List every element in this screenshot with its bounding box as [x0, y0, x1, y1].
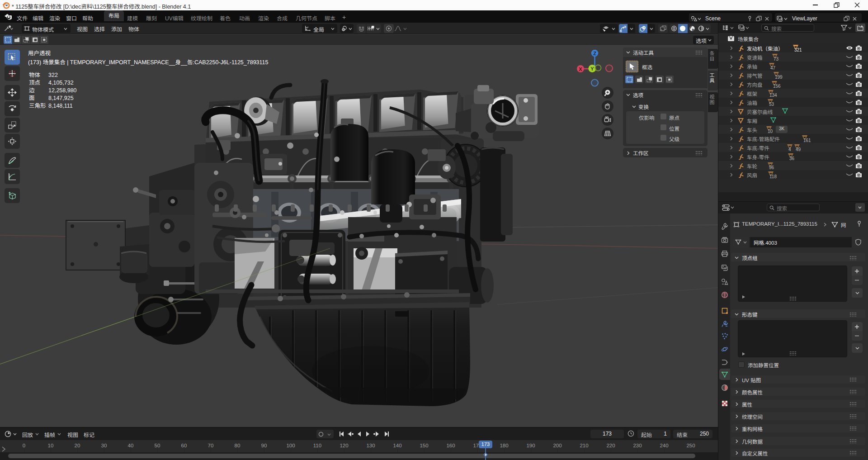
svg-text:Z: Z	[593, 51, 596, 56]
svg-text:X: X	[579, 66, 582, 72]
svg-text:Y: Y	[590, 66, 594, 71]
